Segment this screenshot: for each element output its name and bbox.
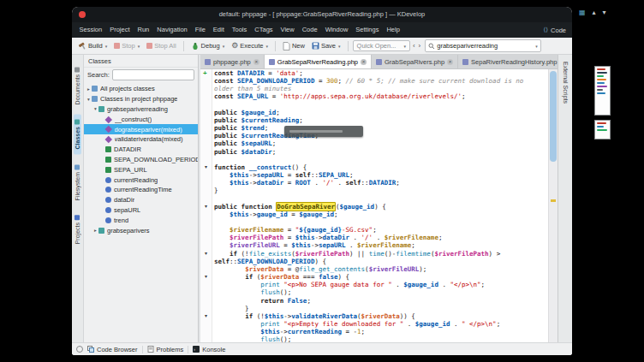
tree-item[interactable]: currentReadingTime (84, 185, 198, 195)
menu-tools[interactable]: Tools (228, 22, 251, 38)
code-line[interactable]: public $sepaURL; (200, 139, 548, 147)
fold-marker-icon[interactable]: ▾ (200, 273, 212, 281)
menu-help[interactable]: Help (383, 22, 403, 38)
chevron-down-icon[interactable]: ▾ (223, 44, 225, 49)
tree-item[interactable]: trend (84, 215, 198, 225)
code-mode-button[interactable]: ⟨⟩ Code (544, 27, 569, 34)
problems-button[interactable]: Problems (147, 346, 184, 353)
code-line[interactable]: $riverFilePath = $this->dataDir . '/' . … (200, 234, 548, 241)
code-line[interactable]: $this->dataDir = ROOT . '/' . self::DATA… (200, 179, 548, 187)
titlebar[interactable]: default: phppage - [ phppage:GrabSepaRiv… (72, 7, 572, 22)
sidebar-tab-documents[interactable]: Documents (74, 62, 81, 110)
code-line[interactable]: public $currentReading; (200, 116, 548, 124)
menu-session[interactable]: Session (75, 22, 106, 38)
code-line[interactable]: } (200, 187, 548, 194)
menu-code[interactable]: Code (298, 22, 321, 38)
tree-item[interactable]: ▸grabseparivers (84, 225, 198, 235)
save-button[interactable]: Save▾ (309, 41, 343, 50)
code-line[interactable]: ▾ if ($riverData === false) { (200, 273, 548, 281)
menu-view[interactable]: View (277, 22, 298, 38)
scrollbar-thumb[interactable] (550, 71, 557, 162)
menu-window[interactable]: Window (321, 22, 352, 38)
tree-item[interactable]: validateriverdata(mixed) (84, 134, 198, 145)
code-line[interactable]: public $gauge_id; (200, 109, 548, 116)
expander-icon[interactable]: ▾ (86, 97, 92, 102)
code-line[interactable]: $this->currentReading = -1; (200, 328, 548, 335)
code-line[interactable]: print "<p>No SEPA gauge data for " . $ga… (200, 281, 548, 288)
toolbar-searchbox[interactable]: ▾ (425, 39, 541, 52)
code-line[interactable]: const SEPA_DOWNLOAD_PERIOD = 300; // 60 … (200, 77, 548, 85)
tree-item[interactable]: SEPA_URL (84, 164, 198, 175)
code-line[interactable]: public $currentReadingTime; (200, 132, 548, 139)
code-line[interactable]: $this->gauge_id = $gauge_id; (200, 211, 548, 218)
tree-item[interactable]: DATADIR (84, 145, 198, 155)
back-button[interactable]: ‹ (412, 42, 416, 50)
close-button[interactable] (79, 11, 86, 18)
tray-chevron-down-icon[interactable]: ▾ (603, 9, 606, 17)
code-line[interactable] (200, 156, 548, 163)
menu-navigation[interactable]: Navigation (153, 22, 191, 38)
classes-search-input[interactable] (112, 69, 194, 80)
menu-edit[interactable]: Edit (209, 22, 228, 38)
code-line[interactable]: } (200, 305, 548, 312)
tree-item[interactable]: SEPA_DOWNLOAD_PERIOD (84, 155, 198, 165)
chevron-down-icon[interactable]: ▾ (338, 44, 341, 49)
expander-icon[interactable]: ▸ (86, 86, 92, 92)
search-input[interactable] (437, 42, 533, 50)
menu-settings[interactable]: Settings (352, 22, 383, 38)
sidebar-tab-projects[interactable]: Projects (74, 210, 81, 249)
build-button[interactable]: Build▾ (75, 41, 110, 51)
tab-grabseparivers[interactable]: GrabSepaRivers.php ✕ (372, 55, 458, 68)
quick-open-combo[interactable]: Quick Open... ▾ (353, 40, 410, 51)
tab-external-scripts[interactable]: External Scripts (563, 62, 569, 342)
code-line[interactable]: flush(); (200, 335, 548, 342)
code-line[interactable]: ▾ if (!$this->validateRiverData($riverDa… (200, 312, 548, 320)
session-status-icon[interactable] (76, 346, 83, 353)
konsole-button[interactable]: › Konsole (193, 346, 225, 353)
fold-marker-icon[interactable]: ▾ (200, 203, 212, 211)
code-line[interactable]: $this->sepaURL = self::SEPA_URL; (200, 171, 548, 179)
chevron-down-icon[interactable]: ▾ (265, 44, 268, 49)
fold-marker-icon[interactable]: ▾ (200, 312, 212, 320)
tree-item[interactable]: dograbsepariver(mixed) (84, 124, 198, 134)
menu-file[interactable]: File (191, 22, 209, 38)
code-line[interactable]: $riverData = @file_get_contents($riverFi… (200, 265, 548, 273)
menu-run[interactable]: Run (134, 22, 153, 38)
tab-separiverreadinghistory[interactable]: SepaRiverReadingHistory.php ✕ (458, 55, 570, 68)
close-tab-icon[interactable]: ✕ (447, 59, 453, 65)
expander-icon[interactable]: ▾ (92, 106, 98, 111)
menu-ctags[interactable]: CTags (251, 22, 277, 38)
tree-item[interactable]: ▾Classes in project phppage (84, 94, 198, 104)
execute-button[interactable]: ⚙ Execute▾ (229, 41, 271, 50)
tree-item[interactable]: ▸All projects classes (84, 84, 198, 94)
tree-item[interactable]: dataDir (84, 195, 198, 205)
code-line[interactable]: public $dataDir; (200, 148, 548, 156)
code-line[interactable]: flush(); (200, 288, 548, 296)
code-line[interactable]: older than 5 minutes (200, 85, 548, 92)
sidebar-tab-classes[interactable]: Classes (74, 114, 81, 154)
tree-item[interactable]: sepaURL (84, 205, 198, 216)
forward-button[interactable]: › (418, 42, 422, 50)
code-line[interactable]: self::SEPA_DOWNLOAD_PERIOD) { (200, 258, 548, 265)
tree-item[interactable]: __construct() (84, 114, 198, 124)
chevron-down-icon[interactable]: ▾ (105, 44, 108, 49)
code-browser-button[interactable]: Code Browser (87, 346, 138, 353)
code-line[interactable]: return False; (200, 297, 548, 305)
code-line[interactable]: const SEPA_URL = 'http://apps.sepa.org.u… (200, 92, 548, 100)
code-line[interactable]: ▾function __construct() { (200, 163, 548, 171)
code-line[interactable] (200, 218, 548, 226)
code-line[interactable]: ▾ if (!file_exists($riverFilePath) || ti… (200, 250, 548, 258)
classes-panel-header[interactable]: Classes (84, 55, 198, 68)
tray-grid-icon[interactable]: ▦ (579, 9, 586, 17)
chevron-down-icon[interactable]: ▾ (535, 44, 538, 49)
code-line[interactable] (200, 101, 548, 109)
tab-grabsepariverreading[interactable]: GrabSepaRiverReading.php ✕ (265, 55, 372, 68)
chevron-down-icon[interactable]: ▾ (403, 44, 406, 49)
menu-project[interactable]: Project (106, 22, 134, 38)
code-line[interactable]: public $trend; (200, 124, 548, 132)
debug-button[interactable]: Debug▾ (188, 41, 228, 51)
editor-scrollbar[interactable] (548, 69, 558, 342)
new-button[interactable]: New (280, 41, 307, 51)
close-tab-icon[interactable]: ✕ (253, 59, 259, 65)
tree-item[interactable]: currentReading (84, 175, 198, 185)
